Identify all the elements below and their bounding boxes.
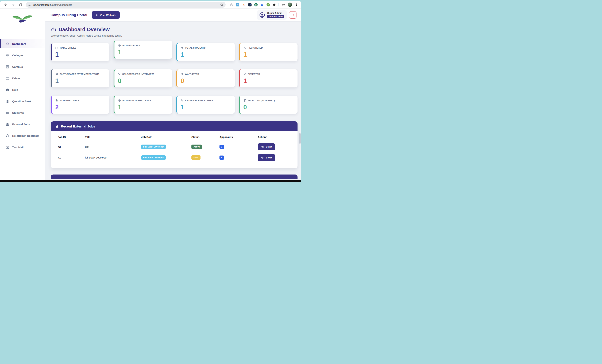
view-button-label: View: [266, 156, 272, 159]
stat-value: 1: [55, 78, 106, 84]
sidebar-item-external-jobs[interactable]: External Jobs: [0, 120, 45, 129]
users-icon: [6, 111, 9, 115]
sidebar-item-colleges[interactable]: Colleges: [0, 51, 45, 60]
browser-chrome: job.softication.in/admin/dashboard M a G: [0, 1, 301, 9]
sidebar-item-label: Test Mail: [12, 146, 23, 149]
loop-icon[interactable]: [230, 3, 233, 6]
browser-back-button[interactable]: [3, 2, 9, 8]
stat-card-participated: PARTICIPATED (ATTEMPTED TEST) 1: [51, 69, 109, 87]
graduation-cap-icon: [6, 54, 9, 57]
menu-kebab-icon[interactable]: [295, 3, 298, 6]
logo-box[interactable]: [0, 9, 45, 31]
sidebar-item-students[interactable]: Students: [0, 108, 45, 118]
sidebar-item-dashboard[interactable]: Dashboard: [0, 39, 45, 48]
stat-card-external-jobs: EXTERNAL JOBS 2: [51, 96, 109, 114]
stat-card-selected-interview: SELECTED FOR INTERVIEW 0: [114, 69, 172, 87]
address-bar[interactable]: job.softication.in/admin/dashboard: [26, 2, 226, 8]
page-subtitle: Welcome back, Super Admin! Here's what's…: [51, 34, 298, 37]
media-playlist-icon[interactable]: [281, 3, 285, 6]
gauge-icon: [6, 42, 9, 46]
page-title: Dashboard Overview: [59, 26, 109, 32]
view-button[interactable]: View: [258, 143, 275, 150]
column-header: Actions: [258, 136, 290, 139]
app-window: Dashboard Colleges Campus Drives Role Qu…: [0, 9, 301, 180]
sidebar-item-drives[interactable]: Drives: [0, 74, 45, 83]
view-button[interactable]: View: [258, 154, 275, 161]
eagle-logo-icon: [11, 14, 34, 26]
screen-bottom-bar: [0, 180, 301, 182]
status-badge: Draft: [192, 155, 201, 160]
logout-button[interactable]: [289, 11, 296, 19]
app-header: Campus Hiring Portal Visit Website Super…: [45, 9, 301, 21]
stat-value: 1: [55, 52, 106, 58]
monkeytype-icon[interactable]: M: [236, 3, 239, 6]
grammarly-icon[interactable]: G: [254, 3, 258, 6]
stat-value: 1: [181, 52, 231, 58]
briefcase-outline-icon: [6, 76, 9, 80]
check-app-icon[interactable]: [248, 3, 252, 6]
visit-website-button[interactable]: Visit Website: [92, 11, 120, 19]
stat-label: WAITLISTED: [185, 73, 199, 75]
sidebar-item-label: Dashboard: [12, 42, 26, 45]
app-title: Campus Hiring Portal: [51, 13, 87, 17]
hourglass-icon: [181, 73, 183, 75]
column-header: Job Role: [141, 136, 192, 139]
stat-card-registered: REGISTERED 1: [239, 43, 298, 61]
gauge-icon: [51, 27, 56, 32]
sidebar-item-label: Colleges: [12, 54, 23, 57]
sidebar-item-question-bank[interactable]: Question Bank: [0, 97, 45, 106]
sidebar-item-role[interactable]: Role: [0, 85, 45, 94]
globe-icon: [95, 13, 98, 17]
users-icon: [181, 99, 183, 102]
extensions-puzzle-icon[interactable]: [272, 3, 276, 6]
user-avatar-icon: [259, 12, 265, 18]
job-title: test: [85, 145, 141, 148]
bookmark-star-icon[interactable]: [220, 3, 224, 6]
book-open-icon: [6, 99, 9, 103]
stat-card-total-students: TOTAL STUDENTS 1: [176, 43, 235, 61]
briefcase-filled-icon: [55, 125, 59, 128]
stat-value: 0: [118, 78, 169, 84]
sidebar-item-test-mail[interactable]: Test Mail: [0, 143, 45, 152]
browser-reload-button[interactable]: [17, 2, 23, 8]
sidebar-item-campus[interactable]: Campus: [0, 62, 45, 71]
bot-icon[interactable]: [266, 3, 270, 6]
page-url: job.softication.in/admin/dashboard: [33, 3, 73, 6]
eye-icon: [261, 156, 264, 159]
triangle-app-icon[interactable]: [260, 3, 264, 6]
briefcase-filled-icon: [6, 122, 9, 126]
column-header: Applicants: [219, 136, 258, 139]
stat-value: 0: [181, 78, 231, 84]
stat-value: 2: [55, 104, 106, 110]
user-role-badge: SUPER ADMIN: [267, 15, 284, 18]
stat-label: ACTIVE DRIVES: [122, 44, 140, 47]
amazon-icon[interactable]: a: [242, 3, 246, 6]
page-title-row: Dashboard Overview: [51, 26, 298, 32]
site-settings-icon[interactable]: [28, 3, 31, 6]
check-circle-icon: [118, 99, 121, 102]
extensions-strip: M a G: [228, 2, 298, 7]
next-section-header-partial: [51, 174, 298, 179]
page-scrollbar-thumb[interactable]: [299, 133, 301, 144]
sidebar-item-label: Role: [12, 88, 18, 91]
user-name: Super Admin: [267, 12, 282, 14]
briefcase-filled-icon: [6, 88, 9, 92]
table-row: #1 full stack developer Full Stack Devel…: [58, 152, 290, 163]
stat-value: 1: [243, 78, 294, 84]
sidebar-item-reattempt-requests[interactable]: Re-attempt Requests: [0, 131, 45, 140]
user-check-icon: [243, 46, 246, 49]
stat-label: TOTAL STUDENTS: [185, 46, 205, 49]
toolbar-divider: [279, 3, 279, 6]
table-header-row: Job ID Title Job Role Status Applicants …: [58, 132, 290, 141]
clipboard-check-icon: [55, 73, 58, 75]
sidebar-item-label: Campus: [12, 65, 23, 68]
eye-icon: [261, 145, 264, 148]
user-chip[interactable]: Super Admin SUPER ADMIN: [257, 10, 287, 20]
table-row: #2 test Full Stack Developer Active 1 Vi…: [58, 141, 290, 152]
briefcase-outline-icon: [55, 46, 58, 49]
browser-forward-button[interactable]: [10, 2, 16, 8]
stat-label: SELECTED FOR INTERVIEW: [122, 73, 154, 75]
stat-card-active-external-jobs: ACTIVE EXTERNAL JOBS 1: [114, 96, 172, 114]
browser-profile-avatar[interactable]: [288, 2, 292, 7]
job-role-badge: Full Stack Developer: [141, 155, 166, 160]
